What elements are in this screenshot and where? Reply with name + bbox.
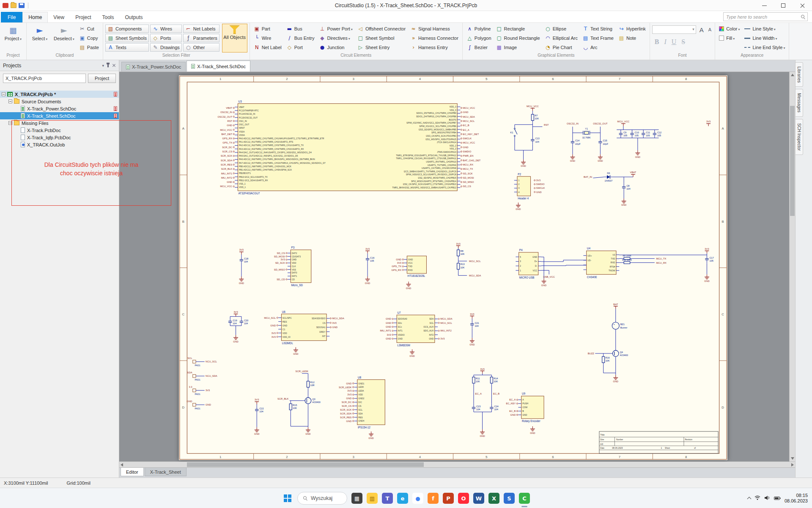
teams-icon[interactable]: T <box>382 493 393 504</box>
horizontal-scroll-thumb[interactable] <box>187 462 424 467</box>
save-icon[interactable]: S <box>504 493 515 504</box>
tree-item-x-track-lqfp-pcbdoc[interactable]: X-Track_lqfp.PcbDoc <box>0 134 119 141</box>
schematic-sheet[interactable]: 1122334455667788AABBCCDDU3AT32F403ACGU7V… <box>179 75 727 460</box>
component-C20[interactable]: C20104 <box>240 318 249 326</box>
paste-button[interactable]: ▤Paste <box>77 43 101 52</box>
power-symbol-3v3[interactable]: 3V3 <box>456 243 460 248</box>
deselect-button[interactable]: ►Deselect <box>52 24 76 52</box>
sheet-entry-button[interactable]: ▷Sheet Entry <box>356 43 407 52</box>
wire[interactable] <box>541 271 549 275</box>
net-label-mcu-sda[interactable]: MCU_SDA <box>469 274 481 277</box>
panel-tab-libraries[interactable]: Libraries <box>796 62 803 87</box>
editor-tab-editor[interactable]: Editor <box>121 468 144 476</box>
fill-button[interactable]: Fill <box>717 34 741 42</box>
gnd-symbol[interactable]: GND <box>239 276 244 284</box>
file-explorer-icon[interactable]: ▥ <box>367 493 378 504</box>
power-port-button[interactable]: ⊥Power Port <box>317 25 354 33</box>
strikethrough-button[interactable]: S <box>681 38 685 46</box>
tree-item-missing-files[interactable]: Missing Files <box>0 119 119 127</box>
wire[interactable] <box>541 260 587 262</box>
search-icon[interactable] <box>801 14 806 19</box>
other-button[interactable]: ○Other <box>183 43 219 52</box>
net-label-osc32-in[interactable]: OSC32_IN <box>567 122 579 125</box>
net-label-osc32-out[interactable]: OSC32_OUT <box>593 122 608 125</box>
power-symbol-3v3[interactable]: 3V3 <box>233 311 238 316</box>
underline-button[interactable]: U <box>672 38 677 46</box>
scroll-left-icon[interactable] <box>121 463 123 467</box>
component-R12[interactable]: R1210R <box>307 379 314 389</box>
image-button[interactable]: ▩Image <box>494 43 542 52</box>
component-P2[interactable]: P2Header 412343V3SWDIOSWCLKGND <box>514 173 545 200</box>
component-C10[interactable]: C10105 <box>630 130 639 138</box>
pad-gnd[interactable]: GNDPAD1GND <box>187 400 211 410</box>
chrome-icon[interactable]: ● <box>412 493 423 504</box>
color-button[interactable]: Color <box>717 25 741 33</box>
pad-sda[interactable]: SDAPAD1NCU_SDA <box>187 371 217 381</box>
component-C19[interactable]: C19104 <box>228 318 237 326</box>
note-button[interactable]: ▤Note <box>617 34 647 42</box>
collapse-icon[interactable] <box>8 121 12 125</box>
component-C21[interactable]: C21104 <box>470 320 479 328</box>
net-label-ec-a[interactable]: EC_A <box>475 392 482 395</box>
task-view-icon[interactable]: ▦ <box>351 493 362 504</box>
component-U8[interactable]: U8IPS154-12GND1LEDKLEDAVDDGND2D/CCSSCLSD… <box>339 376 385 429</box>
component-R14[interactable]: R1410K <box>490 375 498 385</box>
drawings-button[interactable]: ✎Drawings <box>150 43 182 52</box>
gnd-symbol[interactable]: GND <box>635 150 640 158</box>
elliptical-arc-button[interactable]: ◠Elliptical Arc <box>543 34 579 42</box>
arc-button[interactable]: ◡Arc <box>581 43 615 52</box>
power-symbol-3v3[interactable]: 3V3 <box>365 248 370 253</box>
gnd-symbol[interactable]: GND <box>704 274 709 282</box>
component-BZ1[interactable]: +BZ1Buzzer <box>612 320 627 332</box>
menu-tab-home[interactable]: Home <box>22 12 48 22</box>
component-C15[interactable]: C1522pF <box>598 138 609 146</box>
tree-item-x-track-sheet-schdoc[interactable]: X-Track_Sheet.SchDoc <box>0 112 119 119</box>
editor-tab-x-track-sheet[interactable]: X-Track_Sheet <box>145 468 187 476</box>
gnd-symbol[interactable]: GND <box>570 155 575 163</box>
gnd-symbol[interactable]: GND <box>480 429 485 437</box>
polygon-button[interactable]: △Polygon <box>465 34 493 42</box>
tree-item-x-track-outjob[interactable]: X_TRACK.OutJob <box>0 141 119 148</box>
component-U7[interactable]: U7LSM6DSMSDO/SA0SDxSCxINT1VDDIOGNDSDASCL… <box>380 311 452 347</box>
component-C8[interactable]: C8104 <box>622 183 631 191</box>
vertical-scrollbar[interactable] <box>789 72 795 461</box>
wire[interactable] <box>515 138 532 150</box>
component-C9[interactable]: C9105 <box>619 130 628 138</box>
tree-item-x-track-prjpcb[interactable]: X_TRACK.PrjPcb * <box>0 91 119 98</box>
power-symbol-3v3[interactable]: 3V3 <box>705 248 709 253</box>
close-panel-icon[interactable] <box>112 64 116 67</box>
gnd-symbol[interactable]: GND <box>613 375 618 383</box>
panel-tab-sch-inspector[interactable]: SCH Inspector <box>796 119 803 155</box>
texts-button[interactable]: ATexts <box>105 43 149 52</box>
line-width-button[interactable]: Line Width <box>743 34 787 42</box>
taskbar-clock[interactable]: 08:1508.06.2023 <box>785 493 808 504</box>
close-button[interactable] <box>793 0 812 11</box>
collapse-icon[interactable] <box>8 99 12 103</box>
maximize-button[interactable] <box>774 0 793 11</box>
start-button[interactable] <box>282 493 293 504</box>
opera-icon[interactable]: O <box>458 493 469 504</box>
component-P4[interactable]: P4MICRO USB5321GNDD+D-VCC <box>516 248 541 279</box>
power-symbol-bat[interactable]: BAT <box>613 303 618 309</box>
component-C12[interactable]: C12105 <box>653 130 662 138</box>
rectangle-button[interactable]: □Rectangle <box>494 25 542 33</box>
bezier-button[interactable]: ∫Bezier <box>465 43 493 52</box>
polyline-button[interactable]: ∧Polyline <box>465 25 493 33</box>
component-U9[interactable]: U9Rotary EncoderAPUSHCOMBGNDEC_AEC_KEYEC… <box>506 392 544 423</box>
gnd-symbol[interactable]: GND <box>621 199 626 207</box>
harness-entry-button[interactable]: ›Harness Entry <box>409 43 460 52</box>
ribbon-search-box[interactable] <box>723 12 808 21</box>
directives-button[interactable]: ◆Directives <box>317 34 354 42</box>
scroll-down-icon[interactable] <box>791 457 794 460</box>
component-C23[interactable]: C23104 <box>472 404 481 412</box>
battery-icon[interactable] <box>774 494 781 502</box>
power-symbol-mcu-vcc[interactable]: MCU_VCC <box>527 105 539 110</box>
power-symbol-3v3[interactable]: 3V3 <box>706 121 710 126</box>
power-symbol-3v3[interactable]: 3V3 <box>470 313 474 318</box>
component-C11[interactable]: C11105 <box>642 130 650 138</box>
gnd-symbol[interactable]: GND <box>409 349 414 357</box>
component-C22[interactable]: C22104 <box>255 406 264 414</box>
net-label-ec-b[interactable]: EC_B <box>493 392 499 395</box>
menu-tab-view[interactable]: View <box>48 12 70 22</box>
pad-scl[interactable]: SCLPAD1NCU_SCL <box>187 357 217 367</box>
